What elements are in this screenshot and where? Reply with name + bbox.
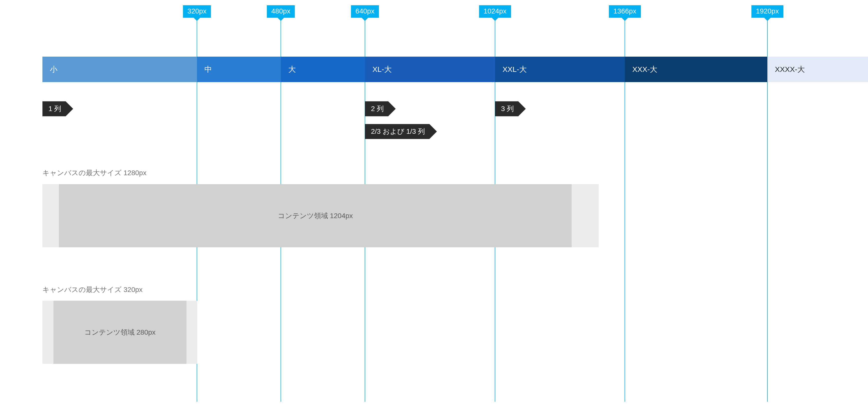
- column-tag: 3 列: [495, 101, 518, 116]
- breakpoint-flag: 1366px: [609, 5, 641, 18]
- column-tag: 2 列: [365, 101, 388, 116]
- breakpoint-flag: 320px: [183, 5, 211, 18]
- size-band: 小中大XL-大XXL-大XXX-大XXXX-大: [42, 57, 868, 82]
- breakpoint-flag: 1920px: [751, 5, 783, 18]
- canvas-large-title: キャンバスの最大サイズ 1280px: [42, 168, 147, 178]
- size-cell: XXX-大: [625, 57, 767, 82]
- breakpoint-flag: 640px: [351, 5, 379, 18]
- size-cell: XXL-大: [495, 57, 625, 82]
- canvas-small-title: キャンバスの最大サイズ 320px: [42, 285, 143, 294]
- breakpoint-flag: 1024px: [479, 5, 511, 18]
- column-tag: 1 列: [42, 101, 66, 116]
- size-cell: 小: [42, 57, 197, 82]
- column-tag: 2/3 および 1/3 列: [365, 124, 429, 139]
- breakpoint-diagram: 320px480px640px1024px1366px1920px 小中大XL-…: [0, 0, 868, 408]
- size-cell: 大: [281, 57, 365, 82]
- canvas-small-inner: コンテンツ領域 280px: [54, 301, 186, 364]
- breakpoint-flag: 480px: [267, 5, 295, 18]
- canvas-large-inner: コンテンツ領域 1204px: [59, 184, 572, 247]
- size-cell: XL-大: [365, 57, 495, 82]
- size-cell: XXXX-大: [767, 57, 868, 82]
- size-cell: 中: [197, 57, 281, 82]
